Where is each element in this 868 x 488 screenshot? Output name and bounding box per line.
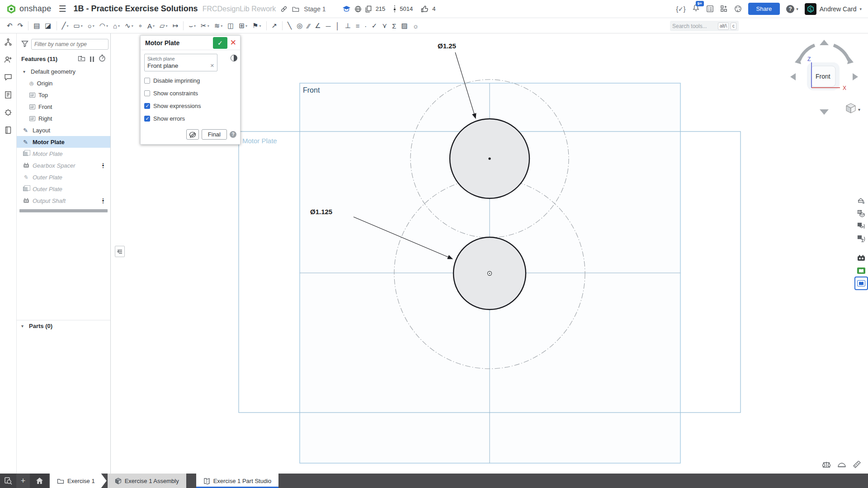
equal-constraint[interactable]: = <box>354 21 362 31</box>
feature-expressions-button[interactable] <box>855 233 867 245</box>
featurescript-check-icon[interactable]: {✓} <box>676 5 685 13</box>
tree-item-front-plane[interactable]: Front <box>17 101 110 113</box>
view-options-caret-icon[interactable]: ▾ <box>858 107 860 112</box>
eraser-button[interactable]: ◪ <box>42 21 53 31</box>
new-tab-button[interactable]: + <box>16 474 30 488</box>
tangent-constraint[interactable]: ╲ <box>285 21 294 31</box>
checkbox[interactable] <box>144 103 150 109</box>
circle-tool[interactable]: ○▾ <box>85 21 97 31</box>
home-tab-button[interactable] <box>30 474 49 488</box>
symmetric-constraint[interactable]: ⋎ <box>380 21 389 31</box>
filter-icon[interactable] <box>21 40 28 49</box>
theme-palette-icon[interactable] <box>734 5 742 13</box>
document-properties-icon[interactable] <box>4 91 12 101</box>
view-cube[interactable]: Z X Front ▾ <box>786 37 863 117</box>
fillet-tool[interactable]: ⌣▾ <box>186 21 198 31</box>
new-folder-icon[interactable] <box>78 55 85 63</box>
performance-icon[interactable] <box>4 108 12 118</box>
diameter-dimension-bottom[interactable]: Ø1.125 <box>310 208 332 216</box>
share-button[interactable]: Share <box>748 3 780 15</box>
likes-icon[interactable] <box>421 5 429 13</box>
link-icon[interactable] <box>280 5 288 13</box>
trim-tool[interactable]: ✂▾ <box>198 21 212 31</box>
rotate-up-arrow-icon[interactable] <box>820 40 829 45</box>
tree-item-layout-sketch[interactable]: ✎ Layout <box>17 124 110 136</box>
viewcube-face-label[interactable]: Front <box>816 73 830 80</box>
appearance-button[interactable] <box>855 195 867 207</box>
comments-icon[interactable] <box>4 73 12 83</box>
help-menu[interactable]: ? ▾ <box>786 5 798 13</box>
diameter-dimension-top[interactable]: Ø1.25 <box>438 42 456 50</box>
parallel-constraint[interactable]: ∕∕ <box>305 21 312 31</box>
flip-direction-icon[interactable] <box>231 55 237 61</box>
rebuild-timer-icon[interactable] <box>99 54 106 64</box>
search-tabs-button[interactable] <box>0 474 16 488</box>
notebook-icon[interactable] <box>4 126 12 136</box>
midpoint-constraint[interactable]: ∙ <box>363 21 369 31</box>
dialog-help-icon[interactable]: ? <box>230 131 236 138</box>
configured-properties-button[interactable] <box>855 221 867 232</box>
rotate-ccw-arrow-icon[interactable] <box>799 45 815 61</box>
construction-plane-tool[interactable]: ▱▾ <box>157 21 170 31</box>
rotate-down-arrow-icon[interactable] <box>820 109 829 115</box>
checkbox[interactable] <box>144 78 150 84</box>
search-tools-box[interactable]: Search tools... alt/\ c <box>670 21 739 31</box>
tree-item-origin[interactable]: ◎ Origin <box>17 77 110 89</box>
rotate-left-arrow-icon[interactable] <box>790 73 796 80</box>
checkbox-show-expressions[interactable]: Show expressions <box>144 103 236 109</box>
arc-tool[interactable]: ◠▾ <box>97 21 110 31</box>
top-center-point[interactable] <box>488 157 491 160</box>
tab-exercise-1-assembly[interactable]: Exercise 1 Assembly <box>108 474 186 488</box>
sketch-plane-field[interactable]: Sketch plane Front plane ✕ <box>144 54 217 71</box>
checkbox-show-errors[interactable]: Show errors <box>144 115 236 122</box>
folder-name[interactable]: Stage 1 <box>304 5 326 13</box>
sketch-sheet-button[interactable]: ▤ <box>31 21 42 31</box>
insert-tool[interactable]: ⚑▾ <box>250 21 263 31</box>
pattern-tool[interactable]: ⊞▾ <box>236 21 250 31</box>
layout-sketch-label[interactable]: Motor Plate <box>242 137 277 145</box>
measure-icon[interactable] <box>853 461 862 470</box>
checkbox-show-constraints[interactable]: Show constraints <box>144 90 236 97</box>
configurations-button[interactable] <box>855 208 867 220</box>
line-tool[interactable]: ╱▾ <box>60 21 71 31</box>
text-tool[interactable]: A▾ <box>145 21 157 31</box>
polygon-tool[interactable]: ⌂▾ <box>111 21 122 31</box>
horizontal-constraint[interactable]: ─ <box>324 21 333 31</box>
coincident-constraint[interactable]: ✓ <box>369 21 380 31</box>
tab-exercise-1[interactable]: Exercise 1 <box>50 474 107 488</box>
tree-item-right-plane[interactable]: Right <box>17 113 110 124</box>
section-view-icon[interactable] <box>837 461 846 469</box>
dialog-header[interactable]: Motor Plate ✓ ✕ <box>141 36 240 50</box>
apps-grid-icon[interactable] <box>720 5 728 13</box>
view-options-cube-icon[interactable] <box>846 103 855 113</box>
follow-mode-icon[interactable] <box>4 56 12 66</box>
panel-collapse-button[interactable] <box>115 246 125 257</box>
rectangle-tool[interactable]: ▭▾ <box>71 21 85 31</box>
undo-button[interactable]: ↶ <box>5 21 15 31</box>
concentric-constraint[interactable]: ◎ <box>294 21 305 31</box>
transform-tool[interactable]: ↗ <box>269 21 280 31</box>
drag-dots-icon[interactable]: ••• <box>102 163 104 168</box>
tree-item-motor-plate-extrude[interactable]: Motor Plate <box>17 148 110 160</box>
account-menu[interactable]: Andrew Card ▾ <box>805 3 862 15</box>
offset-tool[interactable]: ≋▾ <box>212 21 225 31</box>
tree-item-outer-plate-extrude[interactable]: Outer Plate <box>17 183 110 195</box>
tasks-icon[interactable] <box>706 5 714 13</box>
learning-center-button[interactable] <box>855 265 867 277</box>
spline-tool[interactable]: ∿▾ <box>123 21 136 31</box>
tree-item-motor-plate-sketch[interactable]: ✎ Motor Plate <box>17 136 110 148</box>
dimension-tool[interactable]: ↦ <box>170 21 181 31</box>
notifications-button[interactable]: 9+ <box>692 4 700 14</box>
mass-properties-icon[interactable] <box>822 461 831 470</box>
main-menu-icon[interactable]: ☰ <box>58 4 66 14</box>
drag-dots-icon[interactable]: ••• <box>102 198 104 203</box>
hatch-constraint[interactable]: ▨ <box>399 21 410 31</box>
versions-history-icon[interactable] <box>4 38 12 48</box>
tree-item-default-geometry[interactable]: ▾ Default geometry <box>17 66 110 77</box>
featurescript-panel-button[interactable] <box>855 252 867 264</box>
tab-exercise-1-part-studio[interactable]: Exercise 1 Part Studio <box>196 474 279 488</box>
tree-item-output-shaft[interactable]: Output Shaft ••• <box>17 195 110 206</box>
rotate-right-arrow-icon[interactable] <box>853 73 858 80</box>
cancel-button[interactable]: ✕ <box>230 38 240 47</box>
checkbox[interactable] <box>144 116 150 122</box>
